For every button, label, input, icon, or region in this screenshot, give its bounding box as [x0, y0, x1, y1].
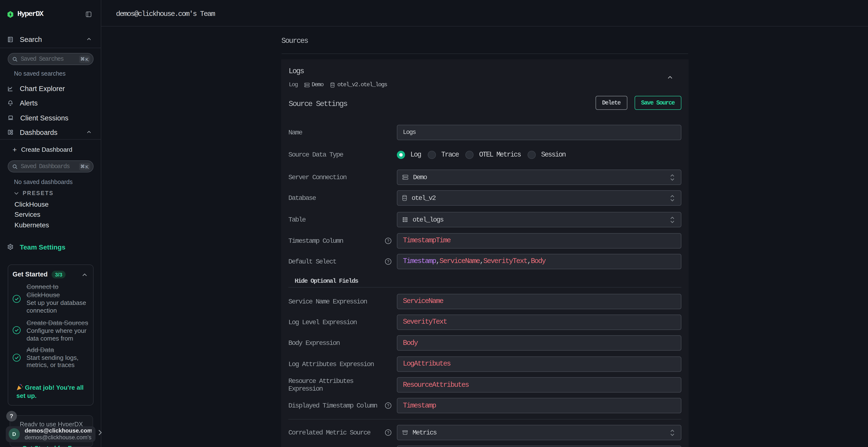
svg-text:?: ? — [387, 238, 390, 243]
svg-text:?: ? — [387, 430, 390, 435]
svg-text:?: ? — [387, 260, 390, 264]
svg-text:?: ? — [387, 404, 390, 408]
